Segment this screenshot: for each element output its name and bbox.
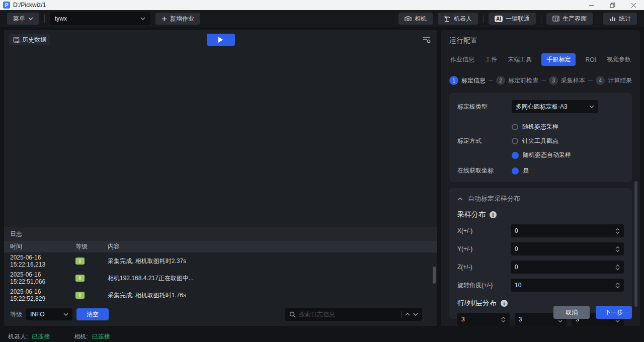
status-bar: 机器人: 已连接 相机: 已连接 — [0, 330, 644, 342]
log-col-content: 内容 — [108, 242, 437, 251]
search-prev-icon[interactable] — [405, 313, 410, 316]
camera-icon — [405, 16, 412, 22]
restore-icon[interactable] — [602, 0, 623, 10]
log-row[interactable]: 2025-06-16 15:22:51,066 I 相机192.168.4.21… — [4, 270, 437, 287]
stats-label: 统计 — [619, 15, 631, 23]
window-title: D:/Pickwiz/1 — [13, 2, 46, 9]
job-select[interactable]: tywx — [50, 12, 150, 25]
production-button[interactable]: 生产界面 — [546, 13, 593, 25]
info-level-badge: I — [75, 275, 85, 282]
tab-workpiece[interactable]: 工件 — [484, 53, 498, 66]
log-scrollbar[interactable] — [433, 267, 436, 284]
history-data-label: 历史数据 — [22, 36, 46, 44]
search-next-icon[interactable] — [413, 313, 418, 316]
calibration-form-card: 标定板类型 多同心圆标定板-A3 标定方式 随机姿态采样 针尖工具戳点 — [449, 93, 632, 182]
play-icon — [218, 37, 223, 43]
tab-hand-eye-calibration[interactable]: 手眼标定 — [541, 53, 576, 66]
tab-vision-params[interactable]: 视觉参数 — [606, 53, 632, 66]
online-coords-label: 在线获取坐标 — [457, 166, 512, 175]
clear-log-button[interactable]: 清空 — [76, 308, 109, 320]
step-connector — [541, 80, 546, 81]
log-search-input[interactable] — [299, 311, 398, 318]
step-collect-samples[interactable]: 3 采集样本 — [549, 76, 585, 85]
minimize-icon[interactable] — [581, 0, 602, 10]
log-level-value: INFO — [30, 311, 45, 318]
log-col-level: 等级 — [75, 242, 108, 251]
title-bar: P D:/Pickwiz/1 — [0, 0, 644, 10]
log-panel: 日志 时间 等级 内容 2025-06-16 15:22:16,213 I 采集… — [4, 227, 437, 326]
history-data-button[interactable]: 历史数据 — [9, 34, 50, 45]
radio-online-yes[interactable]: 是 — [512, 166, 529, 175]
ai-icon: AI — [495, 16, 503, 22]
info-icon[interactable]: i — [490, 211, 497, 218]
log-row[interactable]: 2025-06-16 15:22:52,829 I 采集完成, 相机取图耗时1.… — [4, 287, 437, 304]
step-calibration-info[interactable]: 1 标定信息 — [449, 76, 486, 85]
stepper-arrows-icon[interactable] — [615, 283, 620, 288]
radio-tip-tool-poke[interactable]: 针尖工具戳点 — [512, 137, 571, 145]
radio-random-pose-sampling[interactable]: 随机姿态采样 — [512, 123, 571, 131]
tab-end-tool[interactable]: 末端工具 — [507, 53, 533, 66]
menu-button[interactable]: 菜单 — [7, 13, 39, 25]
auto-sampling-card: 自动标定采样分布 采样分布 i X(+/-) 0 Y(+/-) — [449, 188, 632, 319]
radio-icon — [512, 124, 518, 130]
menu-label: 菜单 — [13, 15, 25, 23]
robot-arm-icon — [444, 16, 451, 22]
stepper-arrows-icon[interactable] — [615, 246, 620, 252]
radio-icon — [512, 138, 518, 144]
rotation-range-stepper[interactable]: 10 — [511, 279, 624, 292]
rows-stepper[interactable]: 3 — [457, 313, 510, 326]
log-level-select[interactable]: INFO — [26, 308, 72, 320]
toolbar-divider — [44, 15, 45, 23]
search-icon — [289, 311, 296, 318]
z-range-label: Z(+/-) — [457, 264, 511, 271]
ai-connect-button[interactable]: AI 一键联通 — [489, 13, 536, 25]
sample-distribution-label: 采样分布 — [457, 210, 486, 219]
main-toolbar: 菜单 tywx 新增作业 相机 机器人 AI 一键联通 生产界面 — [0, 10, 644, 27]
cancel-button[interactable]: 取消 — [553, 306, 590, 319]
main-canvas: 历史数据 日志 时间 等级 内容 2025-06-16 15:22:16,213… — [4, 30, 437, 326]
board-type-select[interactable]: 多同心圆标定板-A3 — [512, 100, 598, 113]
log-settings-icon[interactable] — [421, 35, 432, 45]
log-panel-title: 日志 — [4, 227, 437, 241]
production-label: 生产界面 — [562, 15, 587, 23]
step-connector — [588, 80, 593, 81]
z-range-stepper[interactable]: 0 — [511, 261, 624, 274]
toolbar-divider — [541, 15, 541, 23]
toolbar-divider — [483, 15, 484, 23]
y-range-label: Y(+/-) — [457, 245, 511, 252]
job-select-value: tywx — [55, 15, 67, 22]
stepper-arrows-icon[interactable] — [501, 317, 506, 322]
step-connector — [489, 80, 493, 81]
step-pre-check[interactable]: 2 标定前检查 — [496, 76, 538, 85]
log-table-header: 时间 等级 内容 — [4, 241, 437, 252]
tab-roi[interactable]: ROI — [585, 54, 597, 65]
row-col-layer-label: 行/列/层分布 — [457, 299, 497, 308]
panel-scrollbar[interactable] — [634, 181, 637, 307]
run-button[interactable] — [207, 34, 235, 46]
close-icon[interactable] — [623, 0, 644, 10]
radio-random-pose-auto-sampling[interactable]: 随机姿态自动采样 — [512, 151, 571, 159]
stepper-arrows-icon[interactable] — [615, 265, 620, 270]
y-range-stepper[interactable]: 0 — [511, 242, 624, 255]
next-step-button[interactable]: 下一步 — [596, 306, 632, 319]
info-level-badge: I — [75, 258, 85, 265]
chevron-down-icon — [140, 17, 145, 20]
log-row[interactable]: 2025-06-16 15:22:16,213 I 采集完成, 相机取图耗时2.… — [4, 252, 437, 270]
bar-chart-icon — [609, 16, 616, 22]
auto-sampling-section-toggle[interactable]: 自动标定采样分布 — [457, 194, 624, 203]
info-icon[interactable]: i — [501, 300, 508, 307]
robot-status-label: 机器人: — [8, 332, 28, 341]
robot-button[interactable]: 机器人 — [438, 13, 478, 25]
radio-checked-icon — [512, 152, 519, 159]
stepper-arrows-icon[interactable] — [615, 228, 620, 234]
x-range-stepper[interactable]: 0 — [511, 224, 624, 237]
tab-job-info[interactable]: 作业信息 — [449, 53, 475, 66]
rotation-range-label: 旋转角度(+/-) — [457, 281, 511, 290]
robot-label: 机器人 — [454, 15, 472, 23]
step-compute-result[interactable]: 4 计算结果 — [596, 76, 632, 85]
new-job-button[interactable]: 新增作业 — [155, 13, 200, 25]
chevron-down-icon — [28, 17, 33, 20]
camera-button[interactable]: 相机 — [398, 13, 433, 25]
production-grid-icon — [552, 16, 559, 22]
stats-button[interactable]: 统计 — [603, 13, 637, 25]
